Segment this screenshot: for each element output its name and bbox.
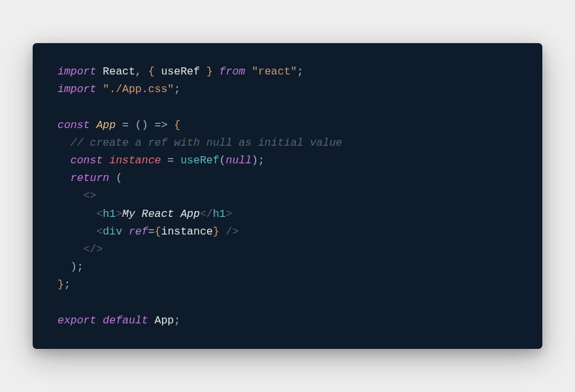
brace-close: }	[213, 225, 220, 238]
paren-close: )	[71, 261, 77, 273]
tag-bracket: <	[96, 225, 103, 238]
fragment-open-gt: >	[90, 189, 97, 202]
keyword-import: import	[58, 65, 96, 78]
equals: =	[122, 119, 129, 131]
class-app: App	[96, 119, 116, 131]
attr-ref: ref	[129, 225, 148, 238]
keyword-export: export	[58, 314, 96, 327]
tag-bracket: >	[116, 208, 122, 220]
brace-open: {	[155, 225, 161, 238]
semicolon: ;	[174, 83, 180, 95]
tag-self-close: />	[226, 225, 239, 238]
fragment-open-lt: <	[84, 189, 90, 202]
paren-close: )	[142, 119, 148, 131]
jsx-text: My React App	[122, 208, 200, 220]
fragment-close-slash: /	[90, 243, 97, 255]
code-block: import React, { useRef } from "react"; i…	[33, 43, 542, 349]
tag-h1-close: h1	[213, 208, 226, 220]
fragment-close-lt: <	[84, 243, 90, 255]
keyword-const: const	[58, 119, 90, 131]
identifier-react: React	[103, 65, 135, 78]
equals: =	[148, 225, 155, 238]
semicolon: ;	[64, 278, 71, 291]
keyword-default: default	[103, 314, 148, 327]
func-useref: useRef	[180, 154, 219, 167]
tag-bracket: >	[226, 208, 233, 220]
tag-bracket: <	[96, 208, 103, 220]
comment: // create a ref with null as initial val…	[71, 137, 342, 149]
identifier-useref: useRef	[161, 65, 199, 78]
identifier-instance: instance	[161, 225, 212, 238]
string-react: "react"	[252, 65, 297, 78]
tag-div: div	[103, 225, 122, 238]
keyword-null: null	[226, 154, 252, 167]
paren-open: (	[135, 119, 142, 131]
fragment-close-gt: >	[96, 243, 103, 255]
paren-open: (	[220, 154, 226, 167]
brace-open: {	[148, 65, 155, 78]
var-instance: instance	[109, 154, 161, 167]
arrow: =>	[155, 119, 168, 131]
semicolon: ;	[174, 314, 180, 327]
semicolon: ;	[77, 261, 84, 273]
paren-close: )	[252, 154, 258, 167]
brace-open: {	[174, 119, 180, 131]
paren-open: (	[116, 172, 122, 184]
comma: ,	[135, 65, 142, 78]
keyword-import: import	[58, 83, 96, 95]
keyword-return: return	[71, 172, 109, 184]
code-content: import React, { useRef } from "react"; i…	[58, 63, 518, 329]
semicolon: ;	[258, 154, 265, 167]
equals: =	[167, 154, 174, 167]
brace-close: }	[206, 65, 213, 78]
semicolon: ;	[297, 65, 303, 78]
keyword-const: const	[71, 154, 103, 167]
brace-close: }	[58, 278, 64, 291]
tag-bracket: </	[200, 208, 213, 220]
tag-h1: h1	[103, 208, 116, 220]
identifier-app: App	[155, 314, 174, 327]
string-css: "./App.css"	[103, 83, 174, 95]
keyword-from: from	[220, 65, 246, 78]
